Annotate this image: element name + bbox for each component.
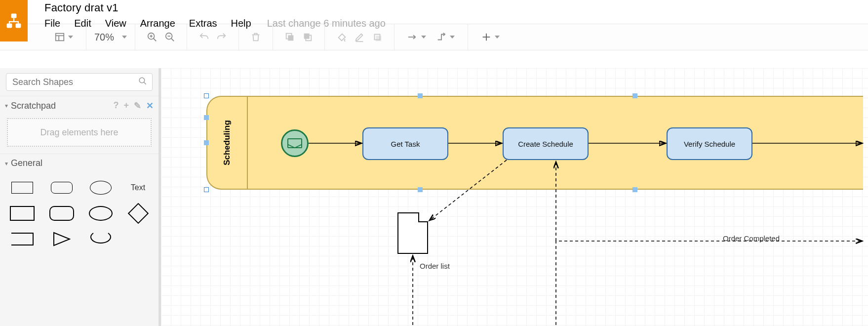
svg-rect-3 <box>56 34 64 41</box>
drawio-logo-icon <box>5 12 23 30</box>
chevron-down-icon: ▾ <box>5 102 8 109</box>
shadow-icon <box>372 32 383 42</box>
chevron-down-icon <box>495 36 500 39</box>
close-icon[interactable]: ✕ <box>146 100 154 111</box>
zoom-level[interactable]: 70% <box>94 32 114 43</box>
shape-oval-partial[interactable] <box>89 231 113 247</box>
app-header: Factory drat v1 File Edit View Arrange E… <box>0 0 868 24</box>
to-front-button[interactable] <box>284 31 296 43</box>
selection-midpoint[interactable] <box>418 187 423 192</box>
paint-bucket-icon <box>336 32 347 42</box>
plus-icon <box>481 32 492 42</box>
shape-rounded-rectangle-bold[interactable] <box>49 205 74 222</box>
selection-midpoint[interactable] <box>632 93 637 98</box>
to-back-icon <box>302 32 313 42</box>
chevron-down-icon <box>450 36 455 39</box>
chevron-down-icon[interactable] <box>122 36 127 39</box>
undo-button[interactable] <box>198 31 210 43</box>
selection-handle[interactable] <box>204 93 209 98</box>
shadow-button[interactable] <box>371 31 383 43</box>
oval-open-icon <box>89 233 112 245</box>
selection-midpoint[interactable] <box>418 93 423 98</box>
trash-icon <box>250 32 261 42</box>
scratchpad-drop-zone[interactable]: Drag elements here <box>7 118 152 147</box>
task-verify-schedule[interactable]: Verify Schedule <box>667 127 752 160</box>
shape-diamond[interactable] <box>127 205 149 222</box>
search-icon[interactable] <box>138 77 147 87</box>
shape-text[interactable]: Text <box>127 179 149 196</box>
sidebar: ▾ Scratchpad ? + ✎ ✕ Drag elements here … <box>0 68 159 326</box>
pencil-icon[interactable]: ✎ <box>134 100 141 111</box>
redo-button[interactable] <box>216 31 228 43</box>
message-label: Order Completed <box>723 234 780 243</box>
scratchpad-hint: Drag elements here <box>40 127 118 138</box>
arrow-icon <box>407 32 418 42</box>
redo-icon <box>216 32 227 42</box>
zoom-out-icon <box>164 32 175 42</box>
svg-rect-1 <box>7 23 12 28</box>
shape-palette: Text <box>0 172 158 254</box>
scratchpad-header[interactable]: ▾ Scratchpad ? + ✎ ✕ <box>0 96 158 115</box>
svg-rect-0 <box>11 14 17 18</box>
diagram-canvas[interactable]: Scheduling Get Task Create Schedule <box>159 68 868 326</box>
task-get-task[interactable]: Get Task <box>362 127 448 160</box>
general-shapes-header[interactable]: ▾ General <box>0 154 158 172</box>
connection-style-button[interactable] <box>405 31 428 43</box>
svg-line-24 <box>144 82 146 84</box>
line-color-button[interactable] <box>354 31 365 43</box>
fill-color-button[interactable] <box>336 31 348 43</box>
svg-rect-2 <box>16 23 21 28</box>
message-start-event[interactable] <box>281 129 309 157</box>
shape-triangle[interactable] <box>49 231 74 247</box>
zoom-in-icon <box>147 32 158 42</box>
document-fold-icon <box>418 212 428 222</box>
svg-rect-13 <box>288 35 293 41</box>
to-front-icon <box>284 32 295 42</box>
svg-point-23 <box>139 78 145 83</box>
help-icon[interactable]: ? <box>113 100 118 111</box>
chevron-down-icon <box>421 36 426 39</box>
pool-label[interactable]: Scheduling <box>207 97 248 189</box>
waypoints-icon <box>436 32 447 42</box>
svg-line-11 <box>171 39 174 41</box>
app-logo[interactable] <box>0 0 28 41</box>
delete-button[interactable] <box>250 31 262 43</box>
selection-midpoint[interactable] <box>204 140 209 145</box>
shape-rectangle-bold[interactable] <box>10 205 35 222</box>
selection-midpoint[interactable] <box>204 115 209 120</box>
shape-ellipse-bold[interactable] <box>89 205 113 222</box>
toolbar: 70% <box>0 24 868 50</box>
svg-rect-19 <box>376 36 381 41</box>
document-title[interactable]: Factory drat v1 <box>44 1 386 15</box>
zoom-in-button[interactable] <box>146 31 158 43</box>
toggle-panels-button[interactable] <box>52 31 75 43</box>
waypoints-button[interactable] <box>434 31 457 43</box>
chevron-down-icon <box>68 36 73 39</box>
scratchpad-title: Scratchpad <box>11 101 56 111</box>
selection-midpoint[interactable] <box>632 187 637 192</box>
general-title: General <box>11 158 42 168</box>
to-back-button[interactable] <box>302 31 314 43</box>
selection-handle[interactable] <box>204 187 209 192</box>
shape-rounded-rectangle[interactable] <box>49 179 74 196</box>
pencil-icon <box>354 32 365 42</box>
shape-ellipse[interactable] <box>89 179 113 196</box>
layout-panels-icon <box>54 32 65 42</box>
zoom-out-button[interactable] <box>164 31 176 43</box>
task-create-schedule[interactable]: Create Schedule <box>503 127 589 160</box>
rect-open-icon <box>11 233 34 245</box>
undo-icon <box>198 32 209 42</box>
shape-rectangle[interactable] <box>10 179 35 196</box>
add-shape-button[interactable] <box>479 31 502 43</box>
search-input[interactable] <box>11 77 138 88</box>
plus-icon[interactable]: + <box>123 100 129 111</box>
document-label: Order list <box>420 262 450 270</box>
chevron-down-icon: ▾ <box>5 160 8 167</box>
triangle-icon <box>53 232 71 246</box>
svg-rect-15 <box>304 34 310 39</box>
shape-rect-partial[interactable] <box>10 231 35 247</box>
envelope-icon <box>287 138 302 148</box>
svg-line-7 <box>154 39 157 41</box>
shape-search[interactable] <box>6 73 153 91</box>
